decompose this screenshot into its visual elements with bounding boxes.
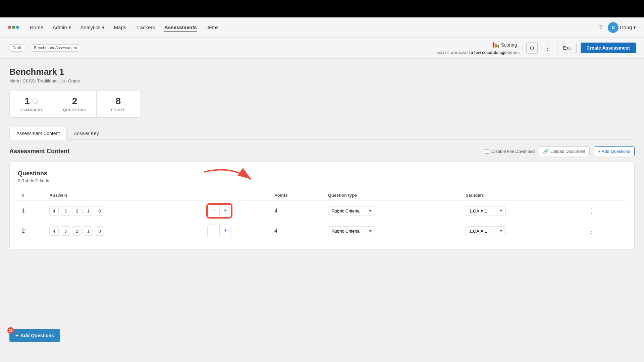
disable-download-checkbox[interactable]	[485, 149, 489, 154]
section-title: Assessment Content	[9, 148, 69, 155]
answer-chip: 4	[49, 226, 59, 236]
row-type: Rubric Criteria	[324, 221, 462, 241]
assessment-subtitle: Math | CCSS: Traditional | 1st Grade	[9, 78, 635, 83]
save-note: Last edit was saved a few seconds ago by…	[434, 50, 520, 55]
nav-analytics[interactable]: Analytics ▾	[80, 23, 105, 32]
help-icon[interactable]: ?	[599, 24, 602, 31]
row-more-button[interactable]: ⋮	[587, 207, 596, 215]
subheader-right: Scoring Last edit was saved a few second…	[434, 41, 636, 55]
scoring-label: Scoring	[501, 42, 517, 48]
exit-button[interactable]: Exit	[557, 43, 576, 53]
stats-row: 1 i STANDARD 2 QUESTIONS 8 POINTS	[9, 90, 635, 118]
col-num: #	[18, 190, 45, 201]
questions-table: # Answers Points Question type Standard …	[18, 190, 626, 241]
row-controls: − +	[203, 221, 270, 241]
row-standard: 1.OA.A.1	[462, 201, 583, 221]
top-black-bar	[0, 0, 644, 17]
answer-chip: 0	[95, 226, 104, 236]
tab-answer-key[interactable]: Answer Key	[67, 127, 106, 140]
add-icon: +	[15, 333, 18, 339]
row-more-cell: ⋮	[583, 201, 626, 221]
more-options-button[interactable]: ⋮	[542, 42, 553, 54]
stat-label-points: POINTS	[106, 108, 130, 112]
create-assessment-button[interactable]: Create Assessment	[581, 43, 636, 53]
minus-button[interactable]: −	[208, 225, 219, 237]
row-controls: − +	[203, 201, 270, 221]
answer-chip: 4	[49, 206, 59, 216]
col-standard: Standard	[462, 190, 583, 201]
row-answers: 4 3 2 1 0	[45, 221, 203, 241]
brand-dot-green	[12, 26, 15, 29]
add-label: Add Questions	[20, 333, 54, 338]
stat-questions: 2 QUESTIONS	[53, 90, 97, 118]
table-row: 1 4 3 2 1 0 − +	[18, 201, 626, 221]
nav-admin[interactable]: Admin ▾	[53, 23, 71, 32]
answer-chip: 2	[72, 206, 82, 216]
info-icon[interactable]: i	[33, 99, 38, 104]
brand-logo	[8, 26, 19, 29]
plus-button[interactable]: +	[219, 225, 231, 237]
col-answers: Answers	[45, 190, 203, 201]
upload-document-button[interactable]: 🔗 Upload Document	[539, 146, 590, 156]
content-tabs: Assessment Content Answer Key	[9, 127, 635, 140]
answer-chip: 3	[61, 206, 70, 216]
assessment-title: Benchmark 1	[9, 67, 635, 77]
row-standard: 1.OA.A.1	[462, 221, 583, 241]
nav-maps[interactable]: Maps	[114, 23, 126, 32]
user-menu[interactable]: D Doug ▾	[608, 22, 636, 33]
row-num: 1	[18, 201, 45, 221]
notification-badge: 29	[7, 327, 14, 334]
brand-dot-red	[8, 26, 11, 29]
brand	[8, 26, 19, 29]
disable-download-label[interactable]: Disable File Download	[485, 149, 535, 154]
tab-assessment-content[interactable]: Assessment Content	[9, 127, 67, 140]
nav-assessments[interactable]: Assessments	[164, 23, 197, 32]
navbar: Home Admin ▾ Analytics ▾ Maps Trackers A…	[0, 17, 644, 38]
col-type: Question type	[324, 190, 462, 201]
brand-dot-blue	[16, 26, 19, 29]
nav-trackers[interactable]: Trackers	[136, 23, 155, 32]
stat-label-questions: QUESTIONS	[62, 108, 87, 112]
standard-select[interactable]: 1.OA.A.1	[466, 226, 506, 236]
minus-button[interactable]: −	[208, 205, 219, 217]
section-header: Assessment Content Disable File Download…	[9, 146, 635, 156]
row-more-button[interactable]: ⋮	[587, 227, 596, 235]
table-row: 2 4 3 2 1 0 − +	[18, 221, 626, 241]
standard-select[interactable]: 1.OA.A.1	[466, 206, 506, 216]
row-points: 4	[270, 221, 324, 241]
question-type-select[interactable]: Rubric Criteria	[328, 206, 375, 216]
stat-number-standard: 1	[24, 96, 30, 107]
nav-links: Home Admin ▾ Analytics ▾ Maps Trackers A…	[30, 23, 218, 32]
question-type-select[interactable]: Rubric Criteria	[328, 226, 375, 236]
questions-container: Questions 2 Rubric Criteria # Answers Po…	[9, 162, 635, 249]
answer-chip: 1	[84, 226, 93, 236]
add-questions-button[interactable]: + Add Questions	[594, 146, 635, 156]
settings-button[interactable]: ⚙	[526, 42, 538, 54]
nav-items[interactable]: Items	[206, 23, 219, 32]
plus-button[interactable]: +	[219, 205, 231, 217]
pm-controls-highlighted: − +	[207, 204, 231, 218]
table-header-row: # Answers Points Question type Standard	[18, 190, 626, 201]
col-points: Points	[270, 190, 324, 201]
scoring-bar-icon	[493, 42, 499, 48]
add-questions-float: 29 + Add Questions	[9, 329, 60, 342]
stat-number-questions: 2	[62, 96, 87, 107]
user-avatar: D	[608, 22, 619, 33]
answer-chips: 4 3 2 1 0	[49, 226, 199, 236]
stat-label-standard: STANDARD	[19, 108, 43, 112]
float-btn-wrapper: 29 + Add Questions	[9, 329, 60, 342]
answer-chip: 0	[95, 206, 104, 216]
stat-header: 1 i	[19, 96, 43, 107]
subheader: Draft Benchmark Assessment Scoring Last …	[0, 38, 644, 59]
row-type: Rubric Criteria	[324, 201, 462, 221]
pm-controls-normal: − +	[207, 225, 231, 237]
chevron-down-icon: ▾	[68, 24, 71, 31]
add-questions-float-button[interactable]: + Add Questions	[9, 329, 60, 342]
row-more-cell: ⋮	[583, 221, 626, 241]
scoring-button[interactable]: Scoring	[490, 41, 520, 49]
nav-home[interactable]: Home	[30, 23, 43, 32]
questions-title: Questions	[18, 170, 626, 177]
answer-chip: 2	[72, 226, 82, 236]
row-points: 4	[270, 201, 324, 221]
answer-chip: 1	[84, 206, 93, 216]
